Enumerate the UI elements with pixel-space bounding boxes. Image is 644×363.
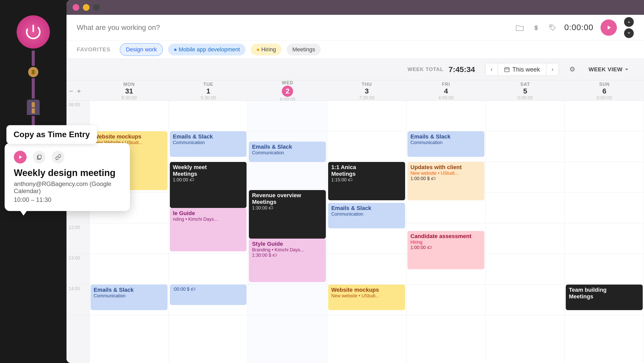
mon-slot-08[interactable] xyxy=(90,101,169,131)
calendar-grid: 08:00 09:00 10:00 11:00 12:00 13:00 14:0… xyxy=(66,101,644,363)
titlebar-expand-dot[interactable] xyxy=(93,4,100,11)
folder-icon[interactable] xyxy=(515,23,524,32)
svg-marker-19 xyxy=(628,21,630,23)
dollar-icon[interactable]: $ xyxy=(531,23,541,32)
wed-slot-14[interactable] xyxy=(248,285,327,315)
event-thu-website-mockups[interactable]: Website mockups New website • UStudi... xyxy=(328,285,405,310)
sat-slot-08[interactable] xyxy=(486,101,565,131)
event-mon-emails-slack-bottom[interactable]: Emails & Slack Communication xyxy=(91,285,168,310)
event-1on1-anica[interactable]: 1:1 Anica Meetings 1:15:00 🏷 xyxy=(328,162,405,200)
week-total-value: 7:45:34 xyxy=(449,65,475,74)
next-week-button[interactable]: › xyxy=(546,63,559,76)
event-weekly-meet[interactable]: Weekly meet Meetings 1:00:00 🏷 xyxy=(170,162,247,208)
wed-slot-08[interactable] xyxy=(248,101,327,131)
sidebar-connector-2 xyxy=(32,78,35,99)
copy-time-entry-label[interactable]: Copy as Time Entry xyxy=(6,125,97,144)
svg-marker-20 xyxy=(628,32,630,34)
event-candidate-assessment[interactable]: Candidate assessment Hiring 1:00:00 🏷 xyxy=(407,231,484,269)
mon-slot-12[interactable] xyxy=(90,223,169,254)
this-week-text: This week xyxy=(512,66,540,73)
event-thu-emails-slack[interactable]: Emails & Slack Communication xyxy=(328,203,405,228)
tooltip-link-button[interactable] xyxy=(52,151,64,163)
mon-slot-13[interactable] xyxy=(90,254,169,285)
sun-slot-09[interactable] xyxy=(565,131,644,162)
day-col-sat[interactable] xyxy=(486,101,565,363)
svg-marker-25 xyxy=(625,69,628,70)
svg-rect-21 xyxy=(505,68,509,72)
svg-marker-13 xyxy=(19,155,22,159)
prev-week-button[interactable]: ‹ xyxy=(485,63,498,76)
sun-slot-10[interactable] xyxy=(565,162,644,193)
day-col-fri[interactable]: Emails & Slack Communication Updates wit… xyxy=(406,101,486,363)
day-header-fri: FRI 4 4:00:00 xyxy=(406,82,486,101)
sat-slot-11[interactable] xyxy=(486,193,565,223)
event-tue-style-guide[interactable]: le Guide nding • Kimchi Days... xyxy=(170,208,247,251)
day-header-tue: TUE 1 5:30:00 xyxy=(169,82,248,101)
tooltip-copy-button[interactable] xyxy=(33,151,46,163)
fav-chip-mobile-app[interactable]: ●Mobile app development xyxy=(168,44,246,55)
settings-button[interactable]: ⚙ xyxy=(566,63,578,76)
thu-slot-09[interactable] xyxy=(327,131,406,162)
time-slot-13: 13:00 xyxy=(66,254,89,285)
thu-slot-13[interactable] xyxy=(327,254,406,285)
day-col-thu[interactable]: 1:1 Anica Meetings 1:15:00 🏷 Emails & Sl… xyxy=(327,101,406,363)
calendar-icon xyxy=(504,67,510,72)
thu-slot-08[interactable] xyxy=(327,101,406,131)
fav-chip-design-work[interactable]: Design work xyxy=(120,43,163,56)
sun-slot-11[interactable] xyxy=(565,193,644,223)
sidebar-connector-3 xyxy=(32,116,35,126)
timer-display: 0:00:00 xyxy=(564,23,593,32)
sun-slot-12[interactable] xyxy=(565,223,644,254)
sat-slot-09[interactable] xyxy=(486,131,565,162)
event-wed-style-guide[interactable]: Style Guide Branding • Kimchi Days... 1:… xyxy=(249,239,326,282)
zoom-in-button[interactable]: + xyxy=(77,87,81,95)
tue-slot-08[interactable] xyxy=(169,101,248,131)
event-revenue-overview[interactable]: Revenue overview Meetings 1:30:00 🏷 xyxy=(249,190,326,239)
sat-slot-12[interactable] xyxy=(486,223,565,254)
event-tue-emails-slack[interactable]: Emails & Slack Communication xyxy=(170,131,247,157)
topbar: $ 0:00:00 xyxy=(66,15,644,40)
day-header-sat: SAT 5 0:00:00 xyxy=(486,82,565,101)
fri-slot-08[interactable] xyxy=(406,101,485,131)
favorites-label: FAVORITES xyxy=(77,46,110,53)
sidebar-plug-small xyxy=(28,67,38,77)
tooltip-arrow xyxy=(20,210,27,216)
day-header-wed: WED 2 6:00:00 xyxy=(248,80,327,102)
favorites-bar: FAVORITES Design work ●Mobile app develo… xyxy=(66,40,644,59)
wed-slot-10[interactable] xyxy=(248,162,327,193)
start-timer-button[interactable] xyxy=(601,19,617,36)
fri-slot-14[interactable] xyxy=(406,285,485,315)
event-wed-emails-slack[interactable]: Emails & Slack Communication xyxy=(249,142,326,162)
sun-slot-08[interactable] xyxy=(565,101,644,131)
power-button[interactable] xyxy=(17,15,50,49)
titlebar-minimize-dot[interactable] xyxy=(83,4,90,11)
svg-point-17 xyxy=(551,26,552,27)
nav-up-button[interactable] xyxy=(624,17,634,27)
zoom-out-button[interactable]: − xyxy=(69,87,73,95)
event-tue-bottom[interactable]: :00:00 $ 🏷 xyxy=(170,285,247,305)
day-col-mon[interactable]: Website mockups New Website • UStudi... … xyxy=(90,101,169,363)
day-col-tue[interactable]: Emails & Slack Communication Weekly meet… xyxy=(169,101,248,363)
time-slot-14: 14:00 xyxy=(66,285,89,315)
event-updates-client[interactable]: Updates with client New website • UStudi… xyxy=(407,162,484,200)
sat-slot-13[interactable] xyxy=(486,254,565,285)
day-col-wed[interactable]: Emails & Slack Communication Revenue ove… xyxy=(248,101,327,363)
tooltip-play-button[interactable] xyxy=(14,151,27,163)
fav-chip-meetings[interactable]: Meetings xyxy=(287,44,321,55)
day-col-sun[interactable]: Team building Meetings xyxy=(565,101,644,363)
sat-slot-14[interactable] xyxy=(486,285,565,315)
week-view-button[interactable]: WEEK VIEW xyxy=(583,63,634,76)
event-fri-emails-slack[interactable]: Emails & Slack Communication xyxy=(407,131,484,157)
tue-slot-13[interactable] xyxy=(169,254,248,285)
calendar-header: WEEK TOTAL 7:45:34 ‹ This week › ⚙ WEEK … xyxy=(66,59,644,80)
nav-down-button[interactable] xyxy=(624,28,634,38)
this-week-display: This week xyxy=(498,63,546,76)
sat-slot-10[interactable] xyxy=(486,162,565,193)
tag-icon[interactable] xyxy=(548,23,557,32)
task-input[interactable] xyxy=(77,24,510,32)
time-slot-12: 12:00 xyxy=(66,223,89,254)
fav-chip-hiring[interactable]: ●Hiring xyxy=(251,44,282,55)
sun-slot-13[interactable] xyxy=(565,254,644,285)
event-team-building[interactable]: Team building Meetings xyxy=(566,285,643,310)
titlebar-close-dot[interactable] xyxy=(73,4,79,11)
